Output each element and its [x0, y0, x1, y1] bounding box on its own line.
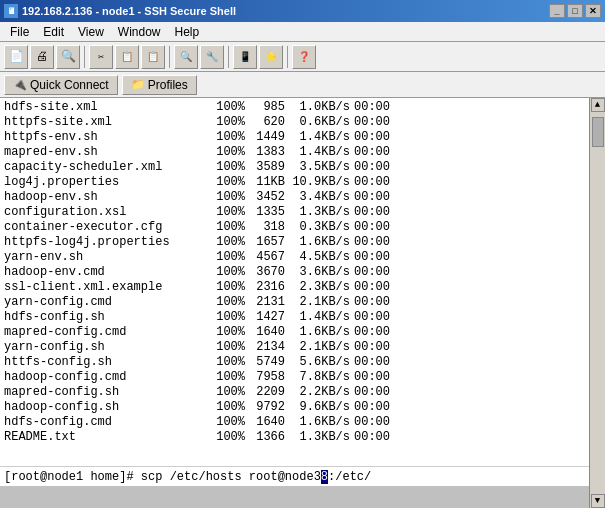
- file-speed: 1.4KB/s: [289, 310, 354, 325]
- file-size: 3589: [249, 160, 289, 175]
- cmd-highlight: 8: [321, 470, 328, 484]
- menu-bar: File Edit View Window Help: [0, 22, 605, 42]
- file-name: httfs-config.sh: [4, 355, 204, 370]
- cmd-prompt: [root@node1 home]# scp /etc/hosts root@n…: [4, 470, 321, 484]
- file-speed: 9.6KB/s: [289, 400, 354, 415]
- table-row: hadoop-env.sh100%34523.4KB/s00:00: [4, 190, 601, 205]
- scrollbar-thumb[interactable]: [592, 117, 604, 147]
- file-size: 9792: [249, 400, 289, 415]
- window-controls[interactable]: _ □ ✕: [549, 4, 601, 18]
- file-name: mapred-env.sh: [4, 145, 204, 160]
- scrollbar-track[interactable]: [591, 112, 605, 494]
- file-pct: 100%: [204, 310, 249, 325]
- menu-help[interactable]: Help: [169, 24, 206, 40]
- table-row: hdfs-config.sh100%14271.4KB/s00:00: [4, 310, 601, 325]
- menu-view[interactable]: View: [72, 24, 110, 40]
- file-size: 985: [249, 100, 289, 115]
- app-icon: 🖥: [4, 4, 18, 18]
- file-name: hdfs-config.sh: [4, 310, 204, 325]
- file-pct: 100%: [204, 415, 249, 430]
- file-size: 1383: [249, 145, 289, 160]
- maximize-button[interactable]: □: [567, 4, 583, 18]
- table-row: hdfs-config.cmd100%16401.6KB/s00:00: [4, 415, 601, 430]
- file-size: 1640: [249, 415, 289, 430]
- toolbar-transfer-btn[interactable]: 📱: [233, 45, 257, 69]
- file-speed: 4.5KB/s: [289, 250, 354, 265]
- file-speed: 3.6KB/s: [289, 265, 354, 280]
- table-row: hdfs-site.xml100%9851.0KB/s00:00: [4, 100, 601, 115]
- file-name: mapred-config.cmd: [4, 325, 204, 340]
- file-time: 00:00: [354, 235, 399, 250]
- quickconnect-bar: 🔌 Quick Connect 📁 Profiles: [0, 72, 605, 98]
- file-speed: 2.3KB/s: [289, 280, 354, 295]
- file-pct: 100%: [204, 160, 249, 175]
- toolbar-sep-1: [84, 46, 85, 68]
- table-row: hadoop-config.sh100%97929.6KB/s00:00: [4, 400, 601, 415]
- terminal-inner[interactable]: hdfs-site.xml100%9851.0KB/s00:00httpfs-s…: [0, 98, 605, 508]
- file-name: hdfs-config.cmd: [4, 415, 204, 430]
- toolbar-search-btn[interactable]: 🔍: [56, 45, 80, 69]
- file-name: ssl-client.xml.example: [4, 280, 204, 295]
- toolbar-copy-btn[interactable]: 📋: [115, 45, 139, 69]
- file-name: yarn-config.sh: [4, 340, 204, 355]
- file-name: README.txt: [4, 430, 204, 445]
- file-pct: 100%: [204, 235, 249, 250]
- table-row: httfs-config.sh100%57495.6KB/s00:00: [4, 355, 601, 370]
- toolbar-paste-btn[interactable]: 📋: [141, 45, 165, 69]
- toolbar-help-btn[interactable]: ❓: [292, 45, 316, 69]
- file-speed: 2.2KB/s: [289, 385, 354, 400]
- toolbar-print-btn[interactable]: 🖨: [30, 45, 54, 69]
- file-size: 1427: [249, 310, 289, 325]
- file-size: 318: [249, 220, 289, 235]
- title-bar-left: 🖥 192.168.2.136 - node1 - SSH Secure She…: [4, 4, 236, 18]
- file-name: mapred-config.sh: [4, 385, 204, 400]
- toolbar-find-btn[interactable]: 🔍: [174, 45, 198, 69]
- minimize-button[interactable]: _: [549, 4, 565, 18]
- profiles-button[interactable]: 📁 Profiles: [122, 75, 197, 95]
- profiles-icon: 📁: [131, 78, 145, 91]
- toolbar-settings-btn[interactable]: 🔧: [200, 45, 224, 69]
- file-speed: 10.9KB/s: [289, 175, 354, 190]
- menu-edit[interactable]: Edit: [37, 24, 70, 40]
- file-time: 00:00: [354, 250, 399, 265]
- file-speed: 1.6KB/s: [289, 415, 354, 430]
- file-pct: 100%: [204, 100, 249, 115]
- table-row: mapred-config.cmd100%16401.6KB/s00:00: [4, 325, 601, 340]
- file-name: configuration.xsl: [4, 205, 204, 220]
- table-row: log4j.properties100%11KB10.9KB/s00:00: [4, 175, 601, 190]
- file-pct: 100%: [204, 115, 249, 130]
- file-speed: 1.4KB/s: [289, 130, 354, 145]
- toolbar-star-btn[interactable]: ⭐: [259, 45, 283, 69]
- close-button[interactable]: ✕: [585, 4, 601, 18]
- file-time: 00:00: [354, 265, 399, 280]
- file-time: 00:00: [354, 340, 399, 355]
- scrollbar-down-button[interactable]: ▼: [591, 494, 605, 508]
- file-time: 00:00: [354, 190, 399, 205]
- file-size: 7958: [249, 370, 289, 385]
- menu-file[interactable]: File: [4, 24, 35, 40]
- file-time: 00:00: [354, 160, 399, 175]
- file-pct: 100%: [204, 355, 249, 370]
- file-time: 00:00: [354, 430, 399, 445]
- command-line[interactable]: [root@node1 home]# scp /etc/hosts root@n…: [0, 466, 605, 486]
- table-row: yarn-env.sh100%45674.5KB/s00:00: [4, 250, 601, 265]
- file-name: capacity-scheduler.xml: [4, 160, 204, 175]
- file-time: 00:00: [354, 310, 399, 325]
- toolbar: 📄 🖨 🔍 ✂ 📋 📋 🔍 🔧 📱 ⭐ ❓: [0, 42, 605, 72]
- toolbar-sep-4: [287, 46, 288, 68]
- terminal-content[interactable]: hdfs-site.xml100%9851.0KB/s00:00httpfs-s…: [0, 98, 605, 466]
- scrollbar-up-button[interactable]: ▲: [591, 98, 605, 112]
- file-time: 00:00: [354, 115, 399, 130]
- toolbar-sep-3: [228, 46, 229, 68]
- toolbar-new-btn[interactable]: 📄: [4, 45, 28, 69]
- quick-connect-button[interactable]: 🔌 Quick Connect: [4, 75, 118, 95]
- file-speed: 7.8KB/s: [289, 370, 354, 385]
- file-time: 00:00: [354, 295, 399, 310]
- toolbar-cut-btn[interactable]: ✂: [89, 45, 113, 69]
- menu-window[interactable]: Window: [112, 24, 167, 40]
- scrollbar[interactable]: ▲ ▼: [589, 98, 605, 508]
- file-time: 00:00: [354, 280, 399, 295]
- file-size: 1657: [249, 235, 289, 250]
- file-name: hadoop-env.sh: [4, 190, 204, 205]
- table-row: yarn-config.sh100%21342.1KB/s00:00: [4, 340, 601, 355]
